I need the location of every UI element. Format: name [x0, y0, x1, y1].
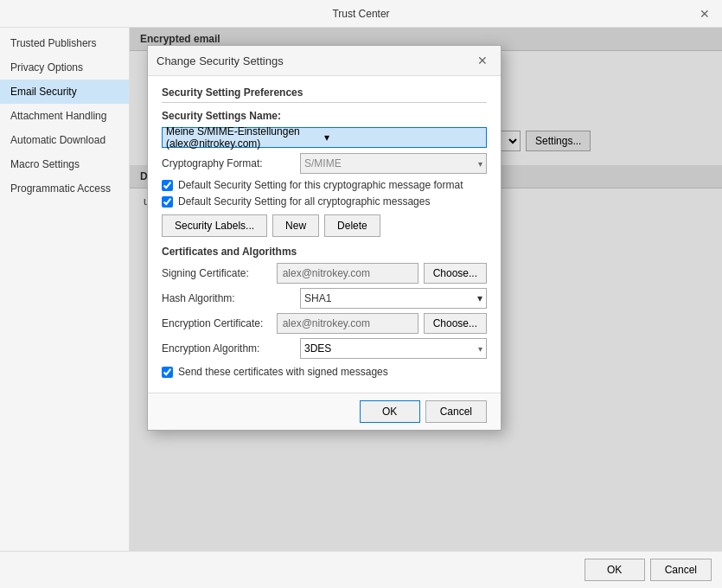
encryption-cert-choose-button[interactable]: Choose... — [424, 313, 487, 334]
window-title: Trust Center — [28, 8, 694, 20]
security-settings-name-input[interactable]: Meine S/MIME-Einstellungen (alex@nitroke… — [162, 127, 487, 148]
send-cert-row: Send these certificates with signed mess… — [162, 366, 487, 378]
default-all-crypto-label: Default Security Setting for all cryptog… — [178, 195, 430, 208]
dialog-button-row: Security Labels... New Delete — [162, 214, 487, 237]
signing-cert-input[interactable] — [277, 263, 419, 284]
dialog-cancel-button[interactable]: Cancel — [425, 400, 487, 423]
ok-button[interactable]: OK — [585, 559, 645, 581]
crypto-format-arrow: ▾ — [478, 159, 482, 169]
hash-algorithm-arrow: ▾ — [477, 292, 482, 304]
hash-algorithm-value: SHA1 — [304, 292, 331, 304]
encryption-algorithm-row: Encryption Algorithm: 3DES ▾ — [162, 338, 487, 359]
default-crypto-format-row: Default Security Setting for this crypto… — [162, 179, 487, 191]
security-settings-name-row: Security Settings Name: — [162, 110, 487, 122]
dialog-title-bar: Change Security Settings ✕ — [148, 46, 501, 76]
cert-algo-section-title: Certificates and Algorithms — [162, 246, 487, 258]
crypto-format-row: Cryptography Format: S/MIME ▾ — [162, 153, 487, 174]
sidebar-item-email-security[interactable]: Email Security — [0, 80, 129, 104]
send-cert-checkbox[interactable] — [162, 367, 173, 378]
default-crypto-format-label: Default Security Setting for this crypto… — [178, 179, 463, 191]
encryption-algorithm-label: Encryption Algorithm: — [162, 342, 300, 355]
sidebar-item-macro-settings[interactable]: Macro Settings — [0, 152, 129, 176]
default-all-crypto-checkbox[interactable] — [162, 196, 173, 208]
encryption-algorithm-select[interactable]: 3DES ▾ — [300, 338, 487, 359]
sidebar-item-automatic-download[interactable]: Automatic Download — [0, 128, 129, 152]
dialog-section-title: Security Setting Preferences — [162, 86, 487, 103]
security-settings-name-value: Meine S/MIME-Einstellungen (alex@nitroke… — [166, 125, 324, 150]
default-crypto-format-checkbox[interactable] — [162, 180, 173, 191]
security-settings-name-label: Security Settings Name: — [162, 110, 300, 122]
title-bar: Trust Center ✕ — [0, 0, 722, 28]
sidebar-item-programmatic-access[interactable]: Programmatic Access — [0, 176, 129, 201]
default-all-crypto-row: Default Security Setting for all cryptog… — [162, 195, 487, 208]
delete-button[interactable]: Delete — [324, 214, 380, 237]
hash-algorithm-label: Hash Algorithm: — [162, 292, 300, 304]
send-cert-label: Send these certificates with signed mess… — [178, 366, 388, 378]
cancel-button[interactable]: Cancel — [650, 559, 712, 581]
content-area: Encrypted email ✓ Encrypt contents and a… — [130, 28, 722, 551]
signing-cert-row: Signing Certificate: Choose... — [162, 263, 487, 284]
new-button[interactable]: New — [272, 214, 319, 237]
hash-algorithm-row: Hash Algorithm: SHA1 ▾ — [162, 288, 487, 309]
change-security-settings-dialog: Change Security Settings ✕ Security Sett… — [147, 45, 502, 431]
encryption-algorithm-value: 3DES — [304, 342, 331, 355]
sidebar-item-attachment-handling[interactable]: Attachment Handling — [0, 104, 129, 128]
bottom-bar: OK Cancel — [0, 551, 722, 588]
window-close-button[interactable]: ✕ — [694, 3, 715, 24]
security-labels-button[interactable]: Security Labels... — [162, 214, 267, 237]
encryption-cert-input[interactable] — [277, 313, 419, 334]
dialog-close-button[interactable]: ✕ — [473, 51, 492, 70]
sidebar: Trusted Publishers Privacy Options Email… — [0, 28, 130, 551]
encryption-cert-label: Encryption Certificate: — [162, 317, 277, 329]
sidebar-item-privacy-options[interactable]: Privacy Options — [0, 55, 129, 80]
signing-cert-label: Signing Certificate: — [162, 267, 277, 279]
crypto-format-value: S/MIME — [304, 157, 342, 169]
dialog-title: Change Security Settings — [157, 54, 284, 67]
dialog-footer: OK Cancel — [148, 393, 501, 430]
dialog-body: Security Setting Preferences Security Se… — [148, 76, 501, 393]
crypto-format-label: Cryptography Format: — [162, 157, 300, 169]
security-settings-name-dropdown-arrow: ▾ — [324, 131, 482, 144]
main-container: Trusted Publishers Privacy Options Email… — [0, 28, 722, 551]
sidebar-item-trusted-publishers[interactable]: Trusted Publishers — [0, 31, 129, 55]
crypto-format-select[interactable]: S/MIME ▾ — [300, 153, 487, 174]
modal-overlay: Change Security Settings ✕ Security Sett… — [130, 28, 722, 551]
hash-algorithm-select[interactable]: SHA1 ▾ — [300, 288, 487, 309]
encryption-algorithm-arrow: ▾ — [478, 344, 482, 354]
dialog-ok-button[interactable]: OK — [360, 400, 420, 423]
signing-cert-choose-button[interactable]: Choose... — [424, 263, 487, 284]
encryption-cert-row: Encryption Certificate: Choose... — [162, 313, 487, 334]
